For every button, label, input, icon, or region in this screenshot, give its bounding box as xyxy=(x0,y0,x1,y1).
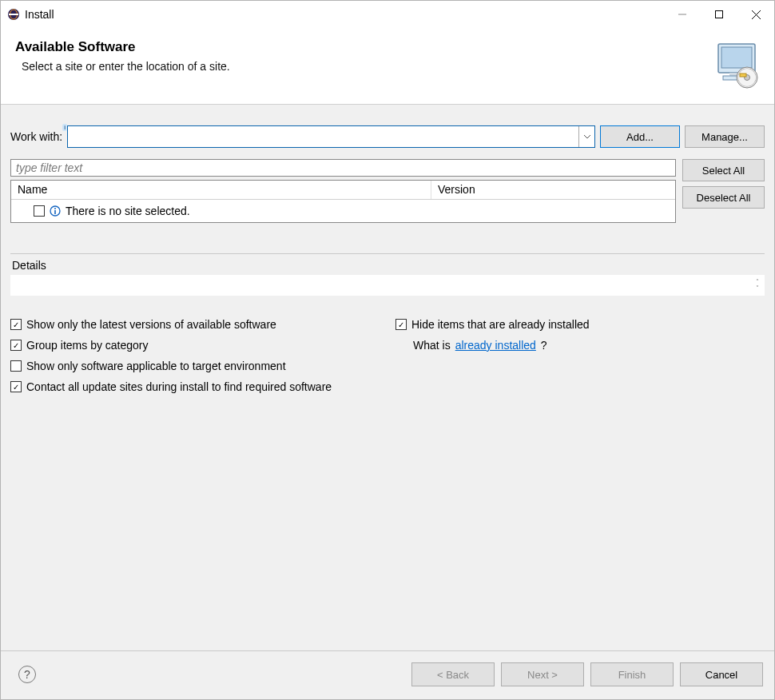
help-icon[interactable]: ? xyxy=(18,666,36,683)
eclipse-icon xyxy=(7,8,20,21)
content-area: Work with:i Add... Manage... Name Versio… xyxy=(1,105,774,650)
work-with-row: Work with:i Add... Manage... xyxy=(10,125,765,148)
select-all-button[interactable]: Select All xyxy=(682,159,765,181)
svg-rect-2 xyxy=(9,14,18,15)
options-area: ✓ Show only the latest versions of avail… xyxy=(10,318,765,393)
filter-row: Name Version There is no site selected. xyxy=(10,159,765,223)
checkbox-icon[interactable]: ✓ xyxy=(10,381,22,392)
manage-button[interactable]: Manage... xyxy=(685,125,765,148)
page-subtitle: Select a site or enter the location of a… xyxy=(22,60,760,73)
svg-rect-8 xyxy=(721,47,752,68)
already-installed-hint: What is already installed ? xyxy=(395,339,765,352)
back-button: < Back xyxy=(411,662,495,686)
deselect-all-button[interactable]: Deselect All xyxy=(682,186,765,209)
opt-hide-installed[interactable]: ✓ Hide items that are already installed xyxy=(395,318,765,331)
column-version[interactable]: Version xyxy=(431,181,675,199)
svg-rect-16 xyxy=(740,74,746,77)
maximize-button[interactable] xyxy=(701,1,737,28)
already-installed-link[interactable]: already installed xyxy=(455,339,536,352)
opt-target-environment[interactable]: Show only software applicable to target … xyxy=(10,360,765,372)
info-icon xyxy=(50,205,61,217)
checkbox-icon[interactable] xyxy=(10,360,22,372)
opt-contact-update-sites[interactable]: ✓ Contact all update sites during instal… xyxy=(10,380,765,393)
window-title: Install xyxy=(25,8,54,21)
filter-input[interactable] xyxy=(10,159,676,177)
checkbox-icon[interactable]: ✓ xyxy=(10,340,22,351)
row-checkbox[interactable] xyxy=(34,205,45,217)
table-row[interactable]: There is no site selected. xyxy=(18,203,669,219)
separator xyxy=(10,253,765,254)
opt-latest-versions[interactable]: ✓ Show only the latest versions of avail… xyxy=(10,318,380,331)
svg-rect-19 xyxy=(54,210,56,214)
finish-button: Finish xyxy=(590,662,674,686)
selection-buttons: Select All Deselect All xyxy=(682,159,765,223)
minimize-button[interactable] xyxy=(664,1,701,28)
details-box: ˄˅ xyxy=(10,275,765,296)
checkbox-icon[interactable]: ✓ xyxy=(10,319,22,330)
chevron-down-icon[interactable] xyxy=(578,126,594,147)
software-table: Name Version There is no site selected. xyxy=(10,180,676,223)
close-button[interactable] xyxy=(737,1,774,28)
work-with-label: Work with:i xyxy=(10,130,62,143)
install-wizard-icon xyxy=(712,39,763,93)
next-button: Next > xyxy=(501,662,584,686)
row-text: There is no site selected. xyxy=(66,205,190,217)
footer: ? < Back Next > Finish Cancel xyxy=(1,650,774,699)
checkbox-icon[interactable]: ✓ xyxy=(395,319,407,330)
column-name[interactable]: Name xyxy=(11,181,431,199)
opt-group-by-category[interactable]: ✓ Group items by category xyxy=(10,339,380,352)
page-heading: Available Software xyxy=(15,39,760,55)
window-controls xyxy=(664,1,774,28)
titlebar: Install xyxy=(1,1,774,28)
svg-point-18 xyxy=(54,208,56,209)
details-label: Details xyxy=(12,259,763,272)
work-with-input[interactable] xyxy=(68,126,578,147)
work-with-combo[interactable] xyxy=(67,125,595,148)
details-scroll[interactable]: ˄˅ xyxy=(752,275,763,296)
table-header: Name Version xyxy=(11,181,675,200)
cancel-button[interactable]: Cancel xyxy=(680,662,763,686)
banner: Available Software Select a site or ente… xyxy=(1,28,774,105)
svg-rect-4 xyxy=(716,11,723,18)
add-button[interactable]: Add... xyxy=(600,125,680,148)
table-body: There is no site selected. xyxy=(11,200,675,222)
install-dialog: Install Available Software Select a site… xyxy=(0,0,775,700)
